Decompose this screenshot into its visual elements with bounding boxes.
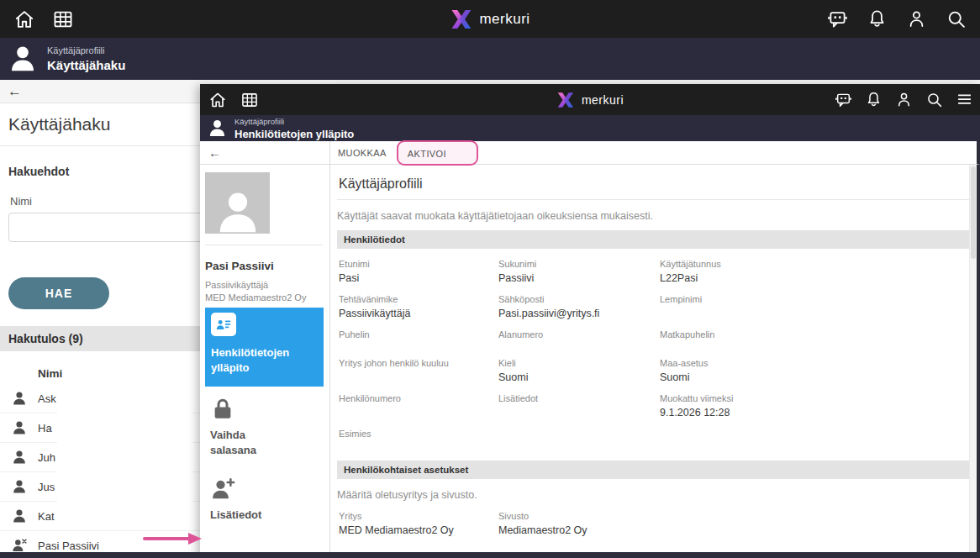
back-arrow-icon[interactable]: ← (208, 145, 221, 160)
profile-name: Pasi Passiivi (205, 260, 323, 272)
lock-icon (210, 397, 235, 422)
merkuri-logo: merkuri (450, 8, 530, 29)
chatbot-icon[interactable] (835, 91, 852, 108)
field-label: Yritys (339, 511, 498, 521)
notifications-bell-icon[interactable] (865, 91, 883, 108)
result-name: Kat (38, 510, 55, 523)
redaction-overlay (57, 383, 193, 524)
page-title: Käyttäjäprofiili (337, 176, 969, 192)
merkuri-logo-text: merkuri (582, 93, 624, 107)
merkuri-logo-icon (450, 8, 472, 29)
field-label: Lisätiedot (498, 393, 660, 403)
apps-grid-icon[interactable] (52, 8, 74, 30)
home-icon[interactable] (13, 8, 35, 30)
result-name: Ask (38, 392, 56, 405)
field: Henkilönumero (339, 393, 498, 418)
result-name: Jus (38, 481, 55, 493)
settings-description: Määritä oletusyritys ja sivusto. (337, 489, 969, 501)
avatar-silhouette-icon (212, 187, 264, 234)
field-label: Alanumero (498, 329, 660, 340)
result-name: Juh (38, 451, 55, 464)
section-header-personal: Henkilötiedot (337, 230, 969, 249)
field: Lisätiedot (498, 393, 660, 418)
field: Lempinimi (660, 294, 969, 319)
profile-content: Käyttäjäprofiili Käyttäjät saavat muokat… (330, 165, 969, 558)
field: SukunimiPassiivi (498, 259, 660, 284)
breadcrumb-current: Käyttäjähaku (47, 58, 125, 72)
sidebar-item-label-line2: ylläpito (211, 361, 324, 376)
scrollbar-track[interactable] (969, 165, 977, 558)
change-password-label[interactable]: Vaihda salasana (205, 428, 323, 458)
back-row: ← (200, 141, 330, 164)
activate-tab[interactable]: AKTIVOI (408, 149, 446, 159)
field-label: Esimies (339, 429, 498, 439)
field-value: Pasi.passiivi@yritys.fi (498, 308, 660, 319)
field: Alanumero (498, 329, 660, 348)
hamburger-menu-icon[interactable] (956, 91, 973, 108)
user-icon (11, 390, 28, 407)
field-value: Passiivi (498, 272, 660, 284)
user-icon (11, 419, 28, 436)
profile-window: merkuri Käyttäjäprofiili Henkilötietojen… (200, 84, 980, 558)
apps-grid-icon[interactable] (240, 91, 259, 109)
profile-sidebar: Pasi Passiivi Passiivikäyttäjä MED Media… (200, 165, 330, 558)
merkuri-logo: merkuri (556, 92, 624, 108)
field: Esimies (339, 429, 498, 447)
field-value: L22Pasi (660, 272, 969, 284)
field: Maa-asetusSuomi (660, 358, 969, 383)
window-bottom-edge (0, 552, 980, 558)
label-line2: salasana (210, 443, 323, 458)
merkuri-logo-text: merkuri (479, 11, 530, 28)
sidebar-item-personal-info[interactable]: Henkilötietojen ylläpito (205, 308, 324, 387)
field-row: EtunimiPasi SukunimiPassiivi Käyttäjätun… (337, 259, 969, 284)
label-line1: Vaihda (210, 428, 323, 443)
field-value: Suomi (660, 371, 969, 383)
field-label: Puhelin (339, 329, 498, 340)
home-icon[interactable] (208, 91, 227, 109)
inner-topbar: merkuri (200, 84, 980, 115)
field-label: Yritys johon henkilö kuuluu (339, 358, 498, 368)
user-account-icon[interactable] (906, 8, 927, 29)
field-value: Suomi (498, 371, 660, 383)
divider (205, 245, 323, 245)
profile-avatar-icon (207, 118, 228, 139)
field: YritysMED Mediamaestro2 Oy (339, 511, 498, 536)
field-label: Sukunimi (498, 259, 660, 269)
field-value: 9.1.2026 12:28 (660, 407, 969, 418)
chatbot-icon[interactable] (827, 8, 848, 29)
field: SivustoMediamaestro2 Oy (498, 511, 660, 536)
search-icon[interactable] (946, 8, 967, 29)
user-inactive-icon (11, 537, 28, 554)
user-icon (11, 508, 28, 524)
sidebar-item-change-password[interactable] (205, 397, 323, 422)
field-value: Passiivikäyttäjä (339, 308, 498, 319)
search-button[interactable]: HAE (8, 277, 109, 309)
merkuri-logo-icon (556, 92, 575, 108)
edit-tab[interactable]: MUOKKAA (338, 148, 387, 158)
back-arrow-icon[interactable]: ← (8, 83, 22, 100)
field-label: Käyttäjätunnus (660, 259, 969, 269)
field (660, 511, 969, 536)
field-label: Sivusto (498, 511, 660, 521)
field-label: Maa-asetus (660, 358, 969, 368)
breadcrumb-parent: Käyttäjäprofiili (234, 117, 354, 126)
sidebar-item-additional-info[interactable] (205, 476, 323, 502)
field-row: Henkilönumero Lisätiedot Muokattu viimek… (337, 393, 969, 418)
activate-tab-highlight[interactable]: AKTIVOI (397, 140, 478, 166)
field-row: Puhelin Alanumero Matkapuhelin (337, 329, 969, 348)
user-account-icon[interactable] (895, 91, 913, 108)
field: Muokattu viimeksi9.1.2026 12:28 (660, 393, 969, 418)
field-label: Muokattu viimeksi (660, 393, 969, 403)
search-icon[interactable] (925, 91, 943, 108)
field: Puhelin (339, 329, 498, 348)
user-icon (11, 478, 28, 495)
additional-info-label[interactable]: Lisätiedot (205, 508, 323, 523)
user-plus-icon (210, 476, 235, 502)
result-name: Ha (38, 422, 52, 434)
outer-topbar: merkuri (0, 0, 980, 38)
notifications-bell-icon[interactable] (867, 8, 888, 29)
scrollbar-thumb[interactable] (971, 166, 976, 259)
field-label: Etunimi (339, 259, 498, 269)
field-label: Kieli (498, 358, 660, 368)
field-row: YritysMED Mediamaestro2 Oy SivustoMediam… (337, 511, 969, 536)
